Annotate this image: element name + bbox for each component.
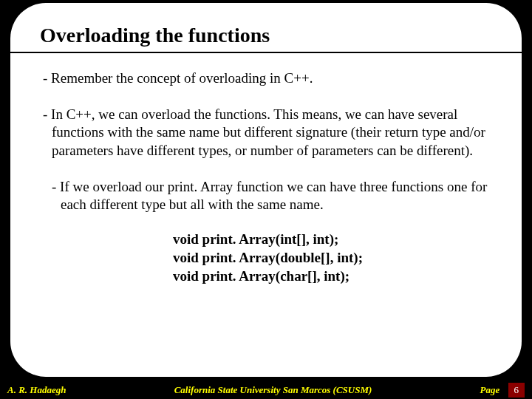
page-label: Page xyxy=(480,384,500,395)
title-underline xyxy=(10,52,522,53)
page-number: 6 xyxy=(508,383,525,398)
bullet-2: - In C++, we can overload the functions.… xyxy=(52,106,492,160)
footer-institution: California State University San Marcos (… xyxy=(66,384,480,396)
footer: A. R. Hadaegh California State Universit… xyxy=(0,381,532,399)
code-line-2: void print. Array(double[], int); xyxy=(173,249,492,267)
code-block: void print. Array(int[], int); void prin… xyxy=(173,231,492,285)
code-line-3: void print. Array(char[], int); xyxy=(173,267,492,286)
code-line-1: void print. Array(int[], int); xyxy=(173,231,492,249)
bullet-3: - If we overload our print. Array functi… xyxy=(61,178,492,214)
bullet-1: - Remember the concept of overloading in… xyxy=(52,69,492,88)
slide: Overloading the functions - Remember the… xyxy=(0,0,532,399)
content-card: Overloading the functions - Remember the… xyxy=(10,3,522,377)
footer-author: A. R. Hadaegh xyxy=(7,384,66,396)
footer-page: Page 6 xyxy=(480,383,525,398)
slide-title: Overloading the functions xyxy=(40,24,492,47)
